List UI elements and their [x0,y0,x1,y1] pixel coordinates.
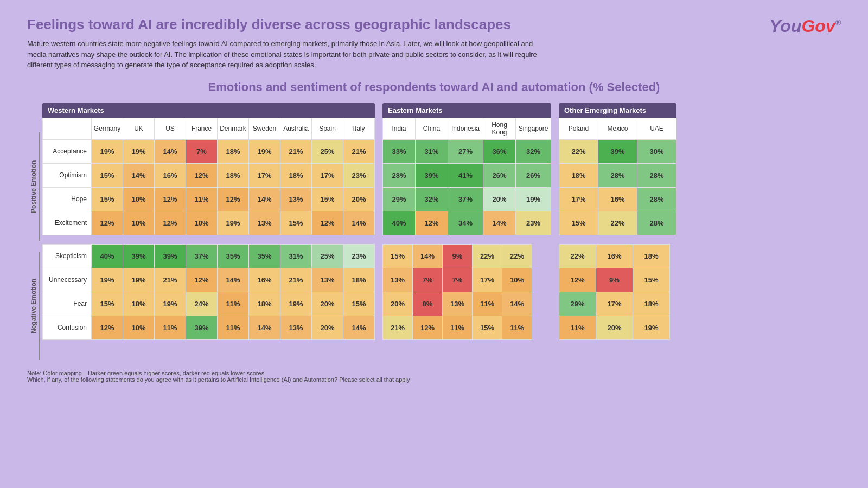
eastern-col-hongkong: HongKong [483,118,516,139]
section-title: Emotions and sentiment of respondents to… [27,80,841,94]
data-cell: 15% [559,211,598,235]
data-cell: 11% [502,316,532,339]
data-cell: 39% [186,316,218,339]
data-cell: 22% [559,244,596,268]
data-cell: 15% [343,292,375,316]
data-cell: 19% [633,316,670,339]
data-cell: 16% [596,244,633,268]
eastern-negative-table: 15%14%9%22%22%13%7%7%17%10%20%8%13%11%14… [382,244,532,340]
data-cell: 29% [559,292,596,316]
data-cell: 19% [123,268,155,292]
data-cell: 21% [280,268,312,292]
data-cell: 22% [559,139,598,163]
data-cell: 15% [92,163,123,187]
table-row: Confusion12%10%11%39%11%14%13%20%14% [43,316,375,339]
other-negative-table: 22%16%18%12%9%15%29%17%18%11%20%19% [559,244,670,340]
data-cell: 41% [448,163,483,187]
data-cell: 28% [637,187,676,211]
data-cell: 16% [598,187,637,211]
western-col-australia: Australia [280,118,312,139]
data-cell: 14% [249,187,280,211]
data-cell: 23% [343,163,375,187]
table-row: Skepticism40%39%39%37%35%35%31%25%23% [43,244,375,268]
data-cell: 7% [443,268,473,292]
other-col-mexico: Mexico [598,118,637,139]
data-cell: 18% [633,292,670,316]
data-cell: 30% [637,139,676,163]
table-row: Hope15%10%12%11%12%14%13%15%20% [43,187,375,211]
data-cell: 39% [598,139,637,163]
data-cell: 12% [92,211,123,235]
table-row: 17%16%28% [559,187,676,211]
data-cell: 17% [559,187,598,211]
data-cell: 18% [249,292,280,316]
data-cell: 35% [218,244,249,268]
data-cell: 32% [516,139,551,163]
yougov-logo: YouGov® [769,16,841,36]
row-label-cell: Acceptance [43,139,92,163]
data-cell: 12% [155,211,186,235]
western-empty-header [43,118,92,139]
data-cell: 37% [186,244,218,268]
notes: Note: Color mapping—Darker green equals … [27,370,841,383]
data-cell: 7% [413,268,443,292]
table-row: 33%31%27%36%32% [383,139,551,163]
data-cell: 9% [596,268,633,292]
data-cell: 19% [123,139,155,163]
western-negative-table: GermanyUKUSFranceDenmarkSwedenAustraliaS… [42,244,375,340]
data-cell: 19% [155,292,186,316]
data-cell: 29% [383,187,416,211]
data-cell: 34% [448,211,483,235]
data-cell: 20% [483,187,516,211]
table-row: 29%17%18% [559,292,670,316]
eastern-markets-header: Eastern Markets [382,103,551,118]
row-label-cell: Excitement [43,211,92,235]
data-cell: 10% [186,211,218,235]
western-markets-block: Western Markets Germany UK US France Den… [42,103,375,340]
western-col-france: France [186,118,218,139]
western-col-italy: Italy [343,118,375,139]
data-cell: 15% [92,292,123,316]
table-row: 13%7%7%17%10% [383,268,532,292]
data-cell: 17% [249,163,280,187]
data-cell: 19% [249,139,280,163]
western-col-us: US [155,118,186,139]
data-cell: 18% [218,163,249,187]
western-markets-header: Western Markets [42,103,375,118]
data-cell: 14% [502,292,532,316]
data-cell: 15% [473,316,502,339]
data-cell: 13% [280,187,312,211]
page-title: Feelings toward AI are incredibly divers… [27,16,769,33]
eastern-col-singapore: Singapore [516,118,551,139]
data-cell: 36% [483,139,516,163]
data-cell: 21% [383,316,413,339]
western-col-uk: UK [123,118,155,139]
eastern-positive-table: India China Indonesia HongKong Singapore… [382,118,551,235]
data-cell: 20% [312,316,343,339]
table-row: 18%28%28% [559,163,676,187]
data-cell: 14% [413,244,443,268]
data-cell: 17% [312,163,343,187]
western-positive-table: Germany UK US France Denmark Sweden Aust… [42,118,375,235]
data-cell: 18% [343,268,375,292]
data-cell: 21% [343,139,375,163]
table-row: Excitement12%10%12%10%19%13%15%12%14% [43,211,375,235]
data-cell: 19% [280,292,312,316]
table-row: Acceptance19%19%14%7%18%19%21%25%21% [43,139,375,163]
data-cell: 10% [502,268,532,292]
data-cell: 23% [516,211,551,235]
data-cell: 12% [92,316,123,339]
table-row: 28%39%41%26%26% [383,163,551,187]
data-cell: 39% [155,244,186,268]
data-cell: 19% [92,268,123,292]
data-cell: 22% [502,244,532,268]
table-row: Unnecessary19%19%21%12%14%16%21%13%18% [43,268,375,292]
data-cell: 13% [249,211,280,235]
data-cell: 18% [633,244,670,268]
note2: Which, if any, of the following statemen… [27,376,841,383]
data-cell: 35% [249,244,280,268]
data-cell: 14% [123,163,155,187]
row-label-cell: Optimism [43,163,92,187]
data-cell: 10% [123,211,155,235]
data-cell: 12% [559,268,596,292]
